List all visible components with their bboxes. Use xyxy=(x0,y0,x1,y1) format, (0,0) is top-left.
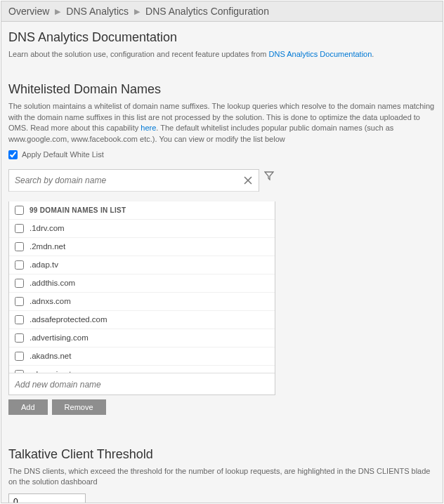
domain-row-checkbox[interactable] xyxy=(15,260,24,270)
remove-button[interactable]: Remove xyxy=(52,399,106,415)
clear-search-icon[interactable] xyxy=(242,174,254,187)
domain-row[interactable]: .addthis.com xyxy=(9,274,275,293)
domain-row-checkbox[interactable] xyxy=(15,224,24,233)
domain-row[interactable]: .akamai.net xyxy=(9,366,275,373)
domain-row-label: .akamai.net xyxy=(30,370,71,373)
apply-default-whitelist-label: Apply Default White List xyxy=(22,150,104,159)
doc-section-text: Learn about the solution use, configurat… xyxy=(8,49,436,60)
domain-row[interactable]: .1drv.com xyxy=(9,220,275,238)
add-domain-input[interactable] xyxy=(15,380,269,390)
whitelist-section-title: Whitelisted Domain Names xyxy=(8,82,436,97)
threshold-input[interactable] xyxy=(8,493,86,503)
threshold-section-title: Talkative Client Threshold xyxy=(8,447,436,462)
domain-row-checkbox[interactable] xyxy=(15,297,24,306)
domain-row-label: .1drv.com xyxy=(30,224,65,232)
add-button[interactable]: Add xyxy=(8,399,48,415)
whitelist-section-text: The solution maintains a whitelist of do… xyxy=(8,101,436,145)
domain-row-label: .adnxs.com xyxy=(30,297,71,305)
domain-row-label: .akadns.net xyxy=(30,352,71,360)
svg-marker-2 xyxy=(265,172,273,180)
domain-row-label: .advertising.com xyxy=(30,333,89,342)
domain-row[interactable]: .akadns.net xyxy=(9,347,275,366)
filter-icon[interactable] xyxy=(262,168,275,183)
domain-row-label: .addthis.com xyxy=(30,279,75,287)
doc-section-title: DNS Analytics Documentation xyxy=(8,30,436,45)
domain-row-checkbox[interactable] xyxy=(15,315,24,324)
domain-row[interactable]: .2mdn.net xyxy=(9,238,275,256)
domain-list-header: 99 DOMAIN NAMES IN LIST xyxy=(30,206,126,214)
chevron-right-icon: ▶ xyxy=(134,7,140,16)
domain-row-checkbox[interactable] xyxy=(15,242,24,251)
whitelist-here-link[interactable]: here xyxy=(141,124,156,132)
domain-row-checkbox[interactable] xyxy=(15,352,24,361)
domain-row-label: .2mdn.net xyxy=(30,242,65,251)
domain-search-input[interactable] xyxy=(13,173,242,188)
doc-text-prefix: Learn about the solution use, configurat… xyxy=(8,50,269,58)
domain-row-checkbox[interactable] xyxy=(15,279,24,288)
domain-row-checkbox[interactable] xyxy=(15,333,24,343)
domain-row[interactable]: .adnxs.com xyxy=(9,293,275,311)
apply-default-whitelist-checkbox[interactable] xyxy=(8,150,18,159)
domain-row[interactable]: .advertising.com xyxy=(9,329,275,347)
breadcrumb: Overview ▶ DNS Analytics ▶ DNS Analytics… xyxy=(1,1,443,22)
domain-row-label: .adap.tv xyxy=(30,260,58,269)
domain-row[interactable]: .adap.tv xyxy=(9,256,275,274)
domain-row-label: .adsafeprotected.com xyxy=(30,315,107,324)
doc-text-suffix: . xyxy=(372,50,374,58)
chevron-right-icon: ▶ xyxy=(55,7,60,16)
select-all-domains-checkbox[interactable] xyxy=(15,206,24,215)
breadcrumb-dns-analytics[interactable]: DNS Analytics xyxy=(66,6,129,17)
breadcrumb-dns-analytics-config[interactable]: DNS Analytics Configuration xyxy=(145,6,269,17)
doc-link[interactable]: DNS Analytics Documentation xyxy=(269,50,372,58)
breadcrumb-overview[interactable]: Overview xyxy=(8,6,49,17)
domain-list[interactable]: .1drv.com.2mdn.net.adap.tv.addthis.com.a… xyxy=(9,220,275,373)
domain-row-checkbox[interactable] xyxy=(15,370,24,373)
threshold-section-text: The DNS clients, which exceed the thresh… xyxy=(8,466,436,488)
domain-row[interactable]: .adsafeprotected.com xyxy=(9,311,275,329)
